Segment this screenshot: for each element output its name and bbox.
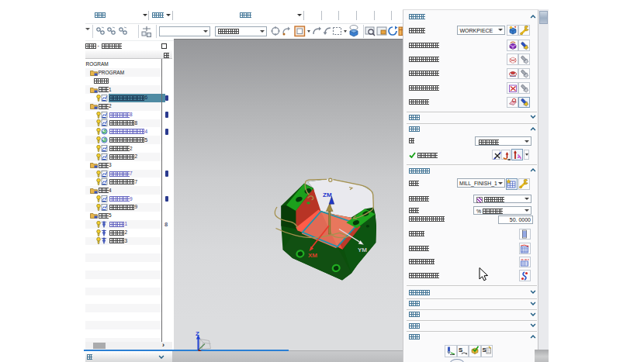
svg-text:S: S xyxy=(483,346,487,353)
svg-text:Z: Z xyxy=(196,330,199,337)
svg-text:XM: XM xyxy=(308,252,317,259)
svg-text:YM: YM xyxy=(358,247,367,253)
svg-text:ZM: ZM xyxy=(323,191,332,198)
svg-text:S: S xyxy=(459,346,463,353)
